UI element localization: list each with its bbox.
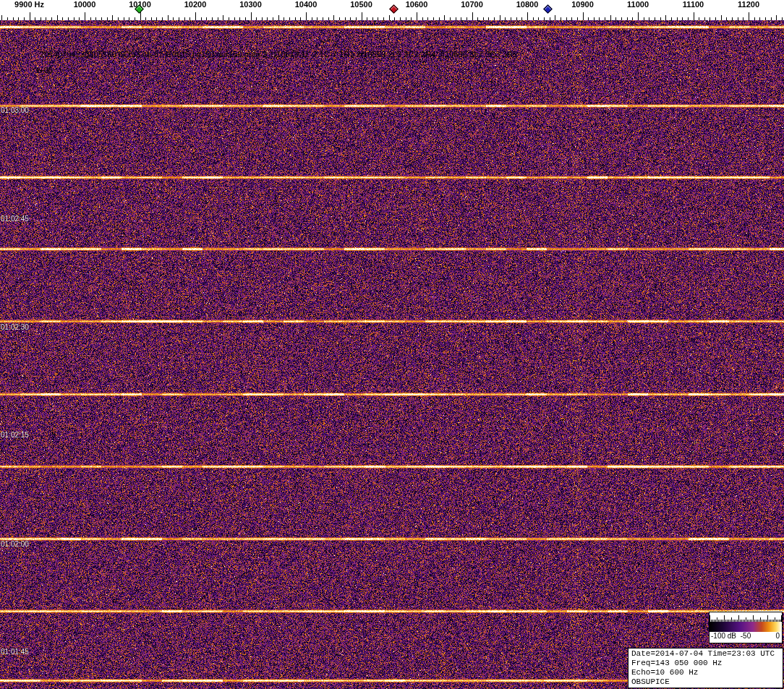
colorbar-ruler (710, 612, 782, 622)
colorbar-min-label: -100 dB (711, 632, 736, 640)
green-frequency-marker[interactable] (135, 4, 144, 14)
cursor-time-label: ^t+05 (33, 66, 53, 74)
info-date-time: Date=2014-07-04 Time=23:03 UTC (631, 649, 780, 659)
detection-annotation: 20140704230305580 hCnt3 nb-87 f10615 hit… (40, 50, 517, 59)
spectrogram-waterfall[interactable] (0, 20, 784, 689)
colorbar: -100 dB -50 0 (709, 612, 783, 643)
spectrogram-window: 20140704230305580 hCnt3 nb-87 f10615 hit… (0, 0, 784, 689)
colorbar-mid-label: -50 (741, 632, 751, 640)
red-frequency-marker[interactable] (389, 4, 399, 14)
observation-info-box: Date=2014-07-04 Time=23:03 UTC Freq=143 … (628, 648, 783, 688)
colorbar-labels: -100 dB -50 0 (710, 632, 782, 641)
info-frequency: Freq=143 050 000 Hz (631, 659, 780, 668)
info-station-name: OBSUPICE (631, 677, 780, 687)
colorbar-max-label: 0 (775, 632, 780, 640)
info-echo-frequency: Echo=10 600 Hz (631, 668, 780, 677)
blue-frequency-marker[interactable] (543, 4, 553, 14)
frequency-marker-strip (0, 0, 784, 20)
colorbar-gradient (710, 622, 782, 632)
